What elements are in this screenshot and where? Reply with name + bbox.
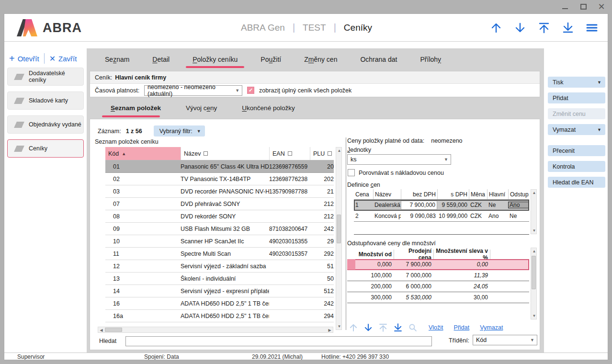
definitions-vertical-scrollbar[interactable]: ▲ ▼ <box>531 189 537 234</box>
column-header-hlavni[interactable]: Hlavní <box>487 189 508 199</box>
column-header-cena[interactable]: Cena <box>354 189 373 199</box>
validity-dropdown[interactable]: neomezeno - neomezeno (aktuální) ▼ <box>144 85 242 96</box>
subtab-seznam-polozek[interactable]: Seznam položek <box>98 97 173 119</box>
scroll-up-icon[interactable]: ▲ <box>531 190 537 196</box>
pridat-button[interactable]: Přidat <box>548 92 605 103</box>
close-icon[interactable]: ✕ <box>598 3 605 11</box>
scroll-down-icon[interactable]: ▼ <box>531 228 537 234</box>
column-header-nazev[interactable]: Název <box>373 189 401 199</box>
tab-detail[interactable]: Detail <box>141 48 181 70</box>
scrollbar-thumb[interactable] <box>105 328 122 332</box>
sidebar-item-skladove-karty[interactable]: Skladové karty <box>7 91 84 110</box>
nav-last-icon[interactable] <box>562 22 574 34</box>
scroll-up-icon[interactable]: ▲ <box>336 148 342 154</box>
column-header-prodejni-cena[interactable]: Prodejní cena <box>394 250 433 259</box>
table-row[interactable]: 12Servisní výjezd - základní sazba51 <box>105 260 334 273</box>
table-row[interactable]: 0,0007 900,0000,00 <box>347 259 529 270</box>
column-options-icon[interactable] <box>204 151 208 156</box>
tab-zmeny-cen[interactable]: Změny cen <box>293 48 349 70</box>
compare-cost-checkbox[interactable] <box>348 169 355 176</box>
subtab-vyvoj-ceny[interactable]: Vývoj ceny <box>173 97 229 119</box>
close-list-button[interactable]: ✕ Zavřít <box>49 54 77 63</box>
tab-seznam[interactable]: Seznam <box>93 48 141 70</box>
vymazat-button[interactable]: Vymazat▼ <box>548 124 605 135</box>
column-header-kod[interactable]: Kód▲ <box>105 147 181 160</box>
column-header-odstup[interactable]: Odstup... <box>508 189 529 199</box>
column-options-icon[interactable] <box>328 151 332 156</box>
table-row[interactable]: 2Koncová p9 090,08310 999,000CZKAnoNe <box>354 211 529 222</box>
items-vertical-scrollbar[interactable]: ▲ ▼ <box>336 147 342 330</box>
table-row[interactable]: 16ADATA HD650 HDD 2,5" 1 TB červený242 <box>105 297 334 310</box>
scroll-up-icon[interactable]: ▲ <box>531 248 537 254</box>
table-row[interactable]: 03DVD recordér PANASONIC NV-HD6801357909… <box>105 185 334 198</box>
show-full-pricelist-checkbox[interactable]: ✓ <box>247 87 254 94</box>
column-header-s-dph[interactable]: s DPH <box>437 189 469 199</box>
kontrola-button[interactable]: Kontrola <box>548 161 605 172</box>
table-row[interactable]: 11Spectre Multi Scan490203015357292 <box>105 248 334 260</box>
scroll-left-icon[interactable]: ◀ <box>98 327 104 333</box>
subtab-ukoncene-polozky[interactable]: Ukončené položky <box>229 97 307 119</box>
maximize-icon[interactable] <box>579 3 587 11</box>
column-header-mena[interactable]: Měna <box>469 189 487 199</box>
open-button[interactable]: + Otevřít <box>9 55 39 63</box>
table-row[interactable]: 10Scanner HP ScanJet IIc49020301535529 <box>105 235 334 248</box>
cell-bez-dph[interactable]: 7 900,000 <box>401 201 437 210</box>
tab-polozky-ceniku[interactable]: Položky ceníku <box>181 48 249 70</box>
table-row[interactable]: 01Panasonic 65" Class 4K Ultra HD TV1236… <box>105 160 334 173</box>
search-icon[interactable] <box>408 322 418 333</box>
column-header-mnozstvi-od[interactable]: Množství od <box>347 250 394 259</box>
units-dropdown[interactable]: ks ▼ <box>347 154 451 165</box>
sidebar-item-ceniky[interactable]: Ceníky <box>7 139 84 158</box>
nav-down-icon[interactable] <box>514 22 526 34</box>
status-connection: Spojení: Data <box>144 353 179 360</box>
table-row[interactable]: 08DVD rekordér SONY212 <box>105 210 334 223</box>
table-row[interactable]: 16aADATA HD650 HDD 2,5" 1 TB černý294 <box>105 310 334 322</box>
pridat-link[interactable]: Přidat <box>454 324 470 331</box>
column-options-icon[interactable] <box>288 151 292 156</box>
scrollbar-thumb[interactable] <box>532 256 536 289</box>
menu-icon[interactable] <box>586 22 598 34</box>
tisk-button[interactable]: Tisk▼ <box>548 77 605 88</box>
table-row[interactable]: 300,0005 530,00030,00 <box>347 292 529 303</box>
search-input[interactable] <box>125 336 432 346</box>
tab-prilohy[interactable]: Přílohy <box>409 48 453 70</box>
column-header-plu[interactable]: PLU <box>310 147 334 160</box>
table-row[interactable]: 100,0007 000,00011,39 <box>347 270 529 281</box>
nav-up-icon[interactable] <box>490 22 502 34</box>
items-horizontal-scrollbar[interactable]: ◀ ▶ <box>98 327 333 333</box>
tiered-vertical-scrollbar[interactable]: ▲ ▼ <box>531 248 537 319</box>
table-row[interactable]: 13Školení - individuální50 <box>105 273 334 285</box>
tab-ochrana-dat[interactable]: Ochrana dat <box>349 48 408 70</box>
sidebar-item-dodavatelske-ceniky[interactable]: Dodavatelské ceníky <box>7 68 84 86</box>
table-row[interactable]: 14Servisní výjezd - expresní příplatek51… <box>105 285 334 297</box>
scroll-right-icon[interactable]: ▶ <box>327 327 333 333</box>
filter-dropdown[interactable]: Vybraný filtr: ▼ <box>154 125 205 136</box>
scrollbar-thumb[interactable] <box>337 215 341 243</box>
row-last-icon[interactable] <box>393 322 403 333</box>
vymazat-link[interactable]: Vymazat <box>480 324 503 331</box>
row-up-icon[interactable] <box>348 322 359 333</box>
row-first-icon[interactable] <box>378 322 388 333</box>
table-row[interactable]: 1Dealerská7 900,0009 559,000CZKNeAno <box>354 200 529 211</box>
column-header-ean[interactable]: EAN <box>269 147 310 160</box>
table-row[interactable]: 07DVD přehrávač SONY212 <box>105 198 334 210</box>
tab-pouziti[interactable]: Použití <box>249 48 293 70</box>
table-row[interactable]: 09USB Flash Mitsumi 32 GB871038200647242 <box>105 223 334 235</box>
zmenit-cenu-button[interactable]: Změnit cenu <box>548 108 605 119</box>
window-titlebar[interactable]: ✕ <box>0 0 612 13</box>
column-header-mnozstevni-sleva-v[interactable]: Množstevní sleva v % <box>433 250 490 259</box>
row-down-icon[interactable] <box>363 322 374 333</box>
column-header-bez-dph[interactable]: bez DPH <box>401 189 437 199</box>
sidebar-item-objednavky-vydane[interactable]: Objednávky vydané <box>7 115 84 134</box>
hledat-dle-ean-button[interactable]: Hledat dle EAN <box>548 177 605 188</box>
column-header-nazev[interactable]: Název <box>181 147 269 160</box>
scroll-down-icon[interactable]: ▼ <box>531 313 537 319</box>
table-row[interactable]: 02TV Panasonic TX-14B4TP123698776238202 <box>105 173 334 185</box>
record-count: 1 z 56 <box>126 128 142 135</box>
table-row[interactable]: 200,0006 000,00024,05 <box>347 281 529 292</box>
precenit-button[interactable]: Přecenit <box>548 145 605 156</box>
scroll-down-icon[interactable]: ▼ <box>336 323 342 330</box>
minimize-icon[interactable] <box>561 3 569 11</box>
vlozit-link[interactable]: Vložit <box>429 324 443 331</box>
nav-first-icon[interactable] <box>538 22 550 34</box>
